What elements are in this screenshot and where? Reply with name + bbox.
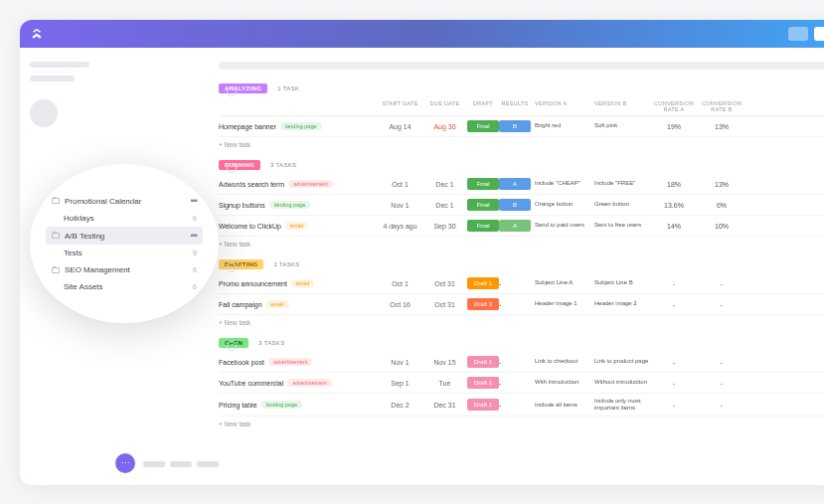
conversion-b[interactable]: 13%: [698, 123, 745, 130]
conversion-a[interactable]: -: [650, 280, 698, 287]
draft-status[interactable]: Final: [467, 120, 499, 132]
conversion-a[interactable]: -: [650, 402, 698, 409]
version-a[interactable]: Subject Line A: [531, 279, 590, 286]
sidebar-item-site-assets[interactable]: Site Assets6: [46, 278, 203, 295]
result-badge[interactable]: A: [499, 220, 531, 232]
conversion-a[interactable]: -: [650, 359, 698, 366]
task-row[interactable]: Signup buttonslanding pageNov 1Dec 1Fina…: [219, 195, 824, 216]
task-tag[interactable]: email: [285, 222, 308, 230]
conversion-a[interactable]: 19%: [650, 123, 698, 130]
sidebar-item-holidays[interactable]: Holidays6: [46, 210, 203, 227]
topbar-button-2[interactable]: [814, 27, 824, 41]
conversion-b[interactable]: 10%: [698, 223, 745, 230]
task-row[interactable]: Pricing tablelanding pageDec 2Dec 31Draf…: [219, 394, 824, 417]
version-a[interactable]: Link to checkout: [531, 358, 590, 365]
task-tag[interactable]: advertisement: [288, 180, 333, 188]
collapse-toggle[interactable]: [227, 163, 237, 173]
task-row[interactable]: Facebook postadvertisementNov 1Nov 15Dra…: [219, 352, 824, 373]
task-tag[interactable]: advertisement: [268, 358, 313, 366]
version-a[interactable]: Header image 1: [531, 300, 590, 307]
start-date[interactable]: Dec 2: [378, 402, 422, 409]
new-task-button[interactable]: New task: [219, 417, 824, 431]
start-date[interactable]: Aug 14: [378, 123, 422, 130]
version-b[interactable]: Without introduction: [590, 379, 650, 386]
status-pill[interactable]: DRAFTING: [219, 259, 263, 269]
more-icon[interactable]: •••: [191, 196, 197, 206]
due-date[interactable]: Aug 30: [422, 123, 467, 130]
version-a[interactable]: With introduction: [531, 379, 590, 386]
task-row[interactable]: Fall campaignemailOct 16Oct 31Draft 3-He…: [219, 294, 824, 315]
due-date[interactable]: Dec 1: [422, 181, 467, 188]
draft-status[interactable]: Draft 1: [467, 399, 499, 411]
draft-status[interactable]: Final: [467, 220, 499, 232]
task-row[interactable]: Adwords search termadvertisementOct 1Dec…: [219, 174, 824, 195]
due-date[interactable]: Oct 31: [422, 280, 467, 287]
conversion-b[interactable]: -: [698, 359, 745, 366]
due-date[interactable]: Nov 15: [422, 359, 467, 366]
start-date[interactable]: Nov 1: [378, 202, 422, 209]
topbar-button-1[interactable]: [788, 27, 808, 41]
sidebar-item-seo-management[interactable]: SEO Management6: [46, 261, 203, 278]
version-a[interactable]: Include all items: [531, 402, 590, 409]
start-date[interactable]: Nov 1: [378, 359, 422, 366]
due-date[interactable]: Oct 31: [422, 301, 467, 308]
draft-status[interactable]: Final: [467, 199, 499, 211]
new-task-button[interactable]: New task: [219, 137, 824, 152]
task-tag[interactable]: advertisement: [287, 379, 332, 387]
conversion-b[interactable]: -: [698, 402, 745, 409]
task-row[interactable]: YouTube commercialadvertisementSep 1TueD…: [219, 373, 824, 394]
draft-status[interactable]: Draft 1: [467, 277, 499, 289]
sidebar-item-a-b-testing[interactable]: A/B Testing•••: [46, 227, 203, 245]
version-b[interactable]: Include only most important items: [590, 398, 650, 412]
chat-icon[interactable]: ⋯: [115, 453, 135, 473]
version-a[interactable]: Include "CHEAP": [531, 180, 590, 187]
conversion-b[interactable]: -: [698, 301, 745, 308]
sidebar-item-promotional-calendar[interactable]: Promotional Calendar•••: [46, 192, 203, 210]
start-date[interactable]: Sep 1: [378, 380, 422, 387]
version-b[interactable]: Include "FREE": [590, 180, 650, 187]
conversion-b[interactable]: 6%: [698, 202, 745, 209]
result-badge[interactable]: B: [499, 199, 531, 211]
draft-status[interactable]: Draft 1: [467, 356, 499, 368]
task-row[interactable]: Welcome to ClickUpemail4 days agoSep 30F…: [219, 216, 824, 237]
version-a[interactable]: Send to paid users: [531, 222, 590, 229]
task-row[interactable]: Homepage bannerlanding pageAug 14Aug 30F…: [219, 116, 824, 137]
version-b[interactable]: Sent to free users: [590, 222, 650, 229]
draft-status[interactable]: Draft 3: [467, 298, 499, 310]
collapse-toggle[interactable]: [227, 262, 237, 272]
task-row[interactable]: Promo announcementemailOct 1Oct 31Draft …: [219, 273, 824, 294]
version-b[interactable]: Soft pink: [590, 122, 650, 129]
due-date[interactable]: Tue: [422, 380, 467, 387]
task-tag[interactable]: landing page: [269, 201, 311, 209]
version-b[interactable]: Subject Line B: [590, 279, 650, 286]
more-icon[interactable]: •••: [191, 231, 197, 241]
version-b[interactable]: Green button: [590, 201, 650, 208]
task-tag[interactable]: email: [291, 279, 314, 287]
task-tag[interactable]: email: [266, 300, 289, 308]
draft-status[interactable]: Final: [467, 178, 499, 190]
sidebar-item-tests[interactable]: Tests9: [46, 245, 203, 261]
start-date[interactable]: Oct 16: [378, 301, 422, 308]
conversion-b[interactable]: -: [698, 280, 745, 287]
conversion-a[interactable]: -: [650, 301, 698, 308]
draft-status[interactable]: Draft 1: [467, 377, 499, 389]
result-badge[interactable]: B: [499, 120, 531, 132]
start-date[interactable]: Oct 1: [378, 181, 422, 188]
status-pill[interactable]: RUNNING: [219, 160, 260, 170]
task-tag[interactable]: landing page: [280, 122, 322, 130]
version-a[interactable]: Bright red: [531, 122, 590, 129]
task-tag[interactable]: landing page: [261, 401, 303, 409]
version-b[interactable]: Header image 2: [590, 300, 650, 307]
version-b[interactable]: Link to product page: [590, 358, 650, 365]
due-date[interactable]: Dec 31: [422, 402, 467, 409]
conversion-a[interactable]: -: [650, 380, 698, 387]
conversion-a[interactable]: 18%: [650, 181, 698, 188]
new-task-button[interactable]: New task: [219, 237, 824, 252]
version-a[interactable]: Orange button: [531, 201, 590, 208]
start-date[interactable]: Oct 1: [378, 280, 422, 287]
conversion-a[interactable]: 13.6%: [650, 202, 698, 209]
due-date[interactable]: Sep 30: [422, 223, 467, 230]
start-date[interactable]: 4 days ago: [378, 223, 422, 230]
result-badge[interactable]: A: [499, 178, 531, 190]
collapse-toggle[interactable]: [227, 341, 237, 351]
